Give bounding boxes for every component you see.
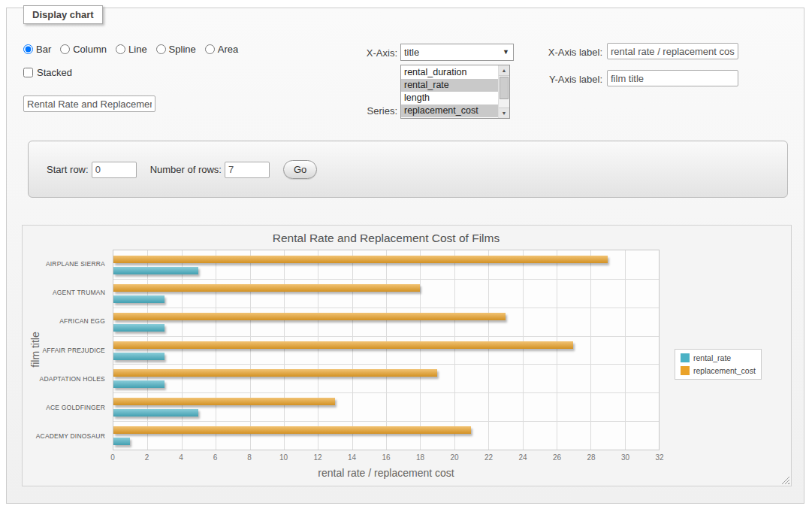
x-tick-label: 12: [313, 453, 321, 462]
category-label: AIRPLANE SIERRA: [46, 260, 105, 268]
legend-swatch: [681, 366, 690, 375]
legend-swatch: [681, 353, 690, 362]
series-option-rental_duration[interactable]: rental_duration: [401, 66, 498, 79]
category-label: AFRICAN EGG: [59, 317, 105, 325]
bar-replacement_cost: [113, 313, 506, 320]
gridline-horizontal: [113, 336, 659, 337]
x-tick-label: 28: [587, 453, 595, 462]
bar-replacement_cost: [113, 426, 471, 434]
gridline-vertical: [625, 250, 626, 450]
bar-rental_rate: [113, 324, 165, 332]
gridline-horizontal: [113, 308, 659, 308]
chart-type-spline[interactable]: Spline: [156, 44, 196, 55]
gridline-vertical: [386, 250, 387, 450]
chart-type-radio-spline[interactable]: [156, 44, 166, 54]
resize-handle[interactable]: [781, 476, 789, 484]
chart-type-radio-bar[interactable]: [23, 44, 33, 54]
x-tick-label: 14: [348, 453, 356, 462]
series-option-rental_rate[interactable]: rental_rate: [401, 79, 498, 92]
number-of-rows-input[interactable]: [225, 162, 270, 178]
x-tick-label: 8: [247, 453, 252, 462]
x-tick-label: 4: [179, 453, 183, 462]
series-options: rental_durationrental_ratelengthreplacem…: [401, 65, 498, 118]
x-axis-caption-input[interactable]: [607, 43, 738, 59]
series-scrollbar[interactable]: ▲ ▼: [498, 65, 509, 118]
legend-label: replacement_cost: [693, 366, 756, 375]
x-tick-label: 2: [145, 453, 149, 462]
chart-type-line[interactable]: Line: [116, 44, 147, 55]
chart-panel: Rental Rate and Replacement Cost of Film…: [22, 225, 792, 486]
scroll-down-icon[interactable]: ▼: [499, 108, 509, 118]
legend-item: rental_rate: [681, 353, 756, 362]
stacked-label: Stacked: [37, 67, 72, 78]
chart-type-bar[interactable]: Bar: [23, 44, 51, 55]
bar-replacement_cost: [113, 398, 335, 405]
legend-label: rental_rate: [693, 353, 731, 362]
start-row-input[interactable]: [92, 162, 137, 178]
scrollbar-thumb[interactable]: [500, 77, 509, 99]
gridline-vertical: [557, 250, 557, 450]
category-label: ACADEMY DINOSAUR: [36, 432, 105, 440]
stacked-checkbox[interactable]: [23, 68, 33, 77]
bar-rental_rate: [113, 380, 165, 388]
panel-title: Display chart: [23, 5, 103, 24]
x-tick-label: 16: [382, 453, 390, 462]
x-tick-label: 26: [553, 453, 561, 462]
chart-type-area[interactable]: Area: [205, 44, 238, 55]
category-labels: AIRPLANE SIERRAAGENT TRUMANAFRICAN EGGAF…: [23, 250, 110, 450]
scroll-up-icon[interactable]: ▲: [499, 65, 509, 76]
x-tick-label: 20: [450, 453, 458, 462]
bar-replacement_cost: [113, 284, 420, 292]
bar-replacement_cost: [113, 341, 573, 349]
chart-type-label: Spline: [169, 44, 196, 55]
series-option-replacement_cost[interactable]: replacement_cost: [401, 105, 498, 117]
x-tick-labels: 02468101214161820222426283032: [113, 453, 660, 464]
gridline-horizontal: [113, 392, 659, 393]
chart-type-column[interactable]: Column: [60, 44, 107, 55]
number-of-rows-label: Number of rows:: [150, 164, 222, 175]
chart-type-label: Column: [73, 44, 107, 55]
x-axis-label: X-Axis:: [324, 47, 397, 59]
legend-item: replacement_cost: [681, 366, 756, 375]
gridline-vertical: [420, 250, 421, 450]
x-tick-label: 22: [484, 453, 493, 462]
category-label: ACE GOLDFINGER: [46, 404, 105, 411]
category-label: ADAPTATION HOLES: [40, 375, 105, 383]
gridline-vertical: [523, 250, 524, 450]
x-axis-title: rental rate / replacement cost: [113, 467, 660, 479]
series-option-length[interactable]: length: [401, 92, 498, 105]
chart-type-label: Line: [128, 44, 147, 55]
start-row-label: Start row:: [47, 164, 89, 175]
go-button[interactable]: Go: [283, 160, 317, 179]
gridline-vertical: [352, 250, 353, 450]
gridline-horizontal: [113, 279, 659, 280]
bar-rental_rate: [113, 409, 198, 417]
gridline-vertical: [488, 250, 489, 450]
x-tick-label: 0: [110, 453, 115, 462]
chart-title: Rental Rate and Replacement Cost of Film…: [113, 232, 660, 245]
x-tick-label: 24: [518, 453, 527, 462]
x-tick-label: 18: [416, 453, 424, 462]
x-axis-select-wrap: title ▼: [400, 44, 514, 61]
gridline-vertical: [250, 250, 251, 450]
x-axis-caption-label: X-Axis label:: [523, 47, 602, 58]
gridline-vertical: [147, 250, 148, 450]
row-range-panel: Start row: Number of rows: Go: [28, 141, 788, 198]
series-listbox[interactable]: rental_durationrental_ratelengthreplacem…: [400, 65, 510, 119]
gridline-vertical: [216, 250, 216, 450]
gridline-horizontal: [113, 421, 659, 422]
x-tick-label: 32: [655, 453, 663, 462]
row-range-controls: Start row: Number of rows: Go: [47, 160, 317, 179]
chart-type-radio-column[interactable]: [60, 44, 70, 54]
stacked-option[interactable]: Stacked: [23, 67, 72, 78]
chart-type-label: Bar: [36, 44, 51, 55]
chart-type-radio-line[interactable]: [116, 44, 125, 54]
y-axis-caption-label: Y-Axis label:: [523, 74, 602, 85]
x-axis-select[interactable]: title: [400, 44, 514, 61]
chart-title-input[interactable]: [23, 95, 155, 112]
y-axis-caption-input[interactable]: [607, 70, 738, 86]
category-label: AGENT TRUMAN: [53, 289, 105, 296]
bar-replacement_cost: [113, 256, 608, 263]
x-tick-label: 6: [213, 453, 218, 462]
chart-type-radio-area[interactable]: [205, 44, 215, 54]
